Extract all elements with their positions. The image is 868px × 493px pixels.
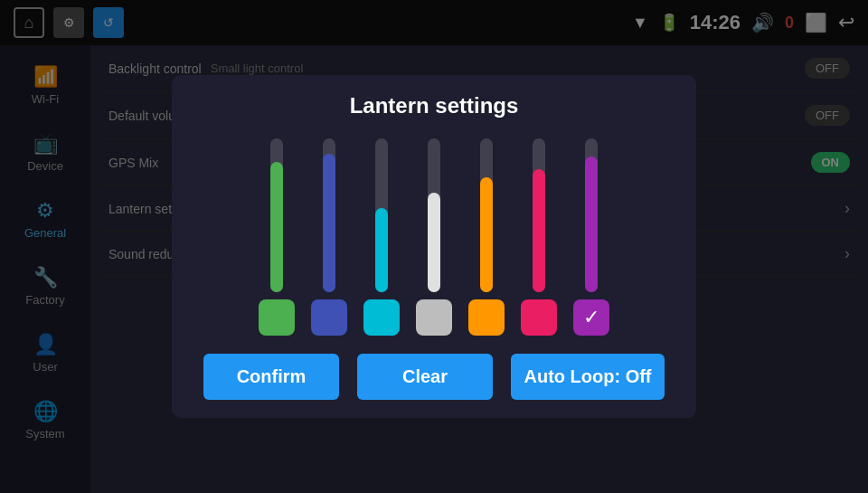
lantern-dialog: Lantern settings [172, 75, 696, 418]
slider-track-blue [323, 138, 335, 292]
slider-orange[interactable] [468, 137, 505, 336]
slider-cyan[interactable] [363, 137, 400, 336]
slider-thumb-cyan [363, 299, 400, 336]
slider-thumb-green [259, 299, 295, 336]
slider-thumb-purple: ✓ [573, 299, 609, 336]
slider-track-orange [480, 138, 493, 292]
sliders-area: ✓ [250, 137, 618, 336]
slider-thumb-orange [468, 299, 505, 336]
clear-button[interactable]: Clear [357, 354, 493, 400]
slider-red[interactable] [521, 137, 557, 336]
slider-thumb-white [416, 299, 452, 336]
slider-blue[interactable] [311, 137, 347, 336]
slider-track-purple [585, 138, 598, 292]
slider-white[interactable] [416, 137, 452, 336]
check-icon: ✓ [583, 306, 599, 329]
slider-track-cyan [375, 138, 388, 292]
slider-track-white [428, 138, 440, 292]
slider-thumb-blue [311, 299, 347, 336]
confirm-button[interactable]: Confirm [203, 354, 339, 400]
slider-track-green [270, 138, 283, 292]
autoloop-button[interactable]: Auto Loop: Off [511, 354, 665, 400]
slider-green[interactable] [259, 137, 295, 336]
dialog-title: Lantern settings [350, 93, 519, 119]
slider-purple[interactable]: ✓ [573, 137, 609, 336]
buttons-row: Confirm Clear Auto Loop: Off [190, 354, 678, 400]
overlay: Lantern settings [0, 0, 868, 493]
slider-thumb-red [521, 299, 557, 336]
slider-track-red [533, 138, 545, 292]
